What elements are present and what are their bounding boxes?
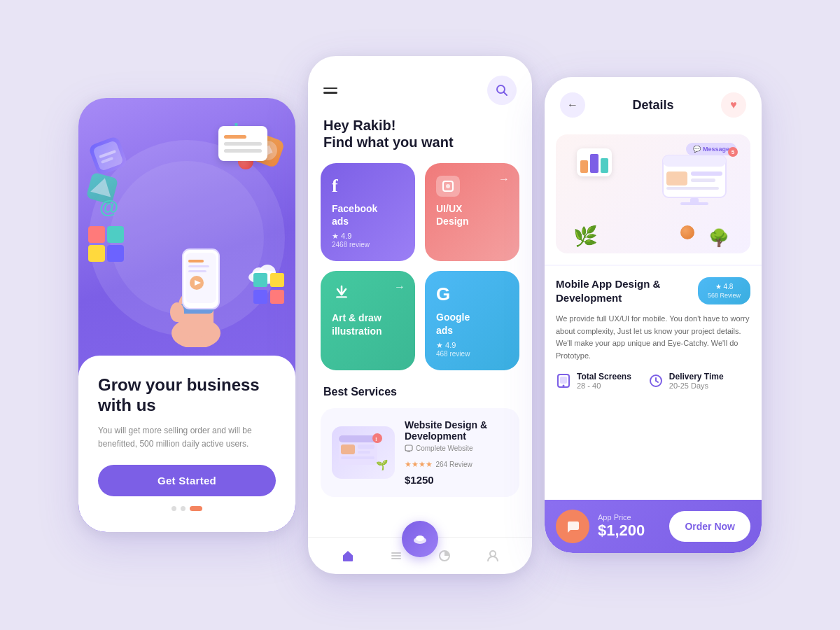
plant-icon: 🌿 — [573, 225, 598, 248]
svg-rect-19 — [107, 245, 124, 262]
category-facebook-reviews: 2468 review — [332, 241, 404, 248]
svg-rect-11 — [188, 265, 209, 267]
phone2-header — [308, 56, 532, 116]
greeting-line1: Hey Rakib! — [323, 116, 517, 134]
svg-rect-37 — [341, 456, 374, 459]
order-now-button[interactable]: Order Now — [669, 511, 750, 542]
phone1: ! @ — [78, 98, 295, 532]
category-google-rating: ★ 4.9 — [436, 341, 508, 350]
search-button[interactable] — [487, 76, 517, 105]
search-icon — [495, 83, 509, 97]
service-price: $1250 — [405, 474, 508, 486]
hero-illustration: 💬 Message 🌿 🌳 5 — [556, 134, 750, 253]
hero-bar-chart — [577, 148, 612, 176]
spec-delivery-text: Delivery Time 20-25 Days — [669, 372, 724, 390]
svg-rect-58 — [680, 202, 708, 205]
rubik-cube-right — [252, 272, 286, 308]
svg-rect-36 — [358, 451, 370, 454]
svg-text:!: ! — [375, 436, 377, 442]
screens-label: Total Screens — [577, 372, 631, 382]
hat-icon — [412, 531, 428, 547]
favorite-button[interactable]: ♥ — [721, 92, 746, 118]
svg-rect-21 — [270, 273, 284, 287]
category-uiux[interactable]: → UI/UXDesign — [425, 163, 519, 261]
svg-rect-34 — [341, 444, 355, 454]
phone2-greeting: Hey Rakib! Find what you want — [308, 116, 532, 163]
phone3-header: ← Details ♥ — [545, 77, 762, 125]
phone1-illustration: ! @ — [78, 98, 295, 378]
back-button[interactable]: ← — [560, 92, 585, 118]
category-facebook-name: Facebookads — [332, 202, 404, 227]
rating-count: 568 Review — [708, 292, 741, 299]
product-title-row: Mobile App Design & Development ★ 4.8 56… — [556, 277, 750, 304]
phone3-hero: 💬 Message 🌿 🌳 5 — [545, 125, 762, 265]
product-description: We provide full UX/UI for mobile. You do… — [556, 313, 750, 362]
svg-point-61 — [563, 385, 565, 387]
hand-illustration — [150, 221, 241, 350]
clock-icon — [648, 373, 664, 388]
svg-rect-33 — [339, 435, 377, 442]
svg-rect-60 — [560, 377, 567, 384]
orange-sphere — [680, 225, 694, 239]
phone1-bottom-card: Grow your business with us You will get … — [78, 356, 295, 532]
svg-rect-31 — [336, 296, 347, 298]
phone3-content: Mobile App Design & Development ★ 4.8 56… — [545, 266, 762, 500]
hamburger-line-2 — [323, 92, 337, 94]
svg-point-48 — [417, 536, 423, 540]
uiux-icon — [442, 180, 454, 192]
service-image: ! 🌱 — [332, 426, 395, 479]
nav-center-action[interactable] — [402, 521, 438, 557]
svg-rect-17 — [107, 226, 124, 243]
service-card-website[interactable]: ! 🌱 Website Design & Development Complet… — [321, 408, 519, 497]
category-google-name: Googleads — [436, 311, 508, 336]
hamburger-menu[interactable] — [323, 88, 337, 94]
dot-2 — [181, 506, 186, 511]
svg-rect-18 — [88, 245, 105, 262]
phone3-footer: App Price $1,200 Order Now — [545, 500, 762, 553]
uiux-icon-bg — [436, 176, 460, 197]
category-facebook[interactable]: f Facebookads ★ 4.9 2468 review — [321, 163, 415, 261]
svg-point-50 — [490, 551, 496, 556]
nav-user[interactable] — [486, 549, 500, 563]
chat-button[interactable] — [556, 510, 589, 543]
nav-list[interactable] — [389, 549, 403, 563]
category-google[interactable]: G Googleads ★ 4.9 468 review — [425, 271, 519, 370]
svg-text:🌱: 🌱 — [376, 459, 388, 471]
svg-point-38 — [372, 433, 382, 443]
svg-rect-12 — [188, 270, 206, 272]
svg-point-30 — [446, 184, 450, 188]
svg-point-15 — [170, 302, 184, 322]
tree-icon: 🌳 — [708, 228, 729, 248]
at-icon: @ — [99, 196, 118, 218]
nav-chart[interactable] — [438, 549, 451, 563]
delivery-value: 20-25 Days — [669, 382, 724, 390]
svg-rect-16 — [88, 226, 105, 243]
chat-icon — [565, 519, 580, 534]
category-art[interactable]: → Art & drawillustration — [321, 271, 415, 370]
phone1-headline: Grow your business with us — [98, 375, 276, 416]
spec-screens-text: Total Screens 28 - 40 — [577, 372, 631, 390]
rating-stars: ★ 4.8 — [708, 283, 741, 290]
svg-rect-56 — [666, 187, 719, 190]
notification-badge: 5 — [728, 147, 738, 157]
bar-1 — [580, 160, 588, 173]
rating-badge: ★ 4.8 568 Review — [698, 277, 750, 304]
website-illustration: ! 🌱 — [335, 430, 391, 475]
uiux-arrow: → — [498, 173, 510, 186]
svg-rect-53 — [666, 172, 687, 186]
monitor-icon — [405, 444, 413, 453]
svg-rect-52 — [663, 155, 726, 167]
get-started-button[interactable]: Get Started — [98, 465, 276, 496]
art-draw-icon — [332, 284, 351, 303]
nav-home[interactable] — [341, 549, 355, 563]
phone1-description: You will get more selling order and will… — [98, 424, 276, 451]
service-type: Complete Website — [405, 444, 508, 453]
product-name: Mobile App Design & Development — [556, 277, 668, 304]
tablet-icon — [556, 373, 571, 388]
phone2: Hey Rakib! Find what you want f Facebook… — [308, 56, 532, 574]
categories-grid: f Facebookads ★ 4.9 2468 review → UI/UXD… — [308, 163, 532, 383]
svg-rect-41 — [405, 445, 412, 451]
category-art-name: Art & drawillustration — [332, 312, 404, 337]
art-arrow: → — [394, 281, 405, 293]
service-name: Website Design & Development — [405, 419, 508, 442]
